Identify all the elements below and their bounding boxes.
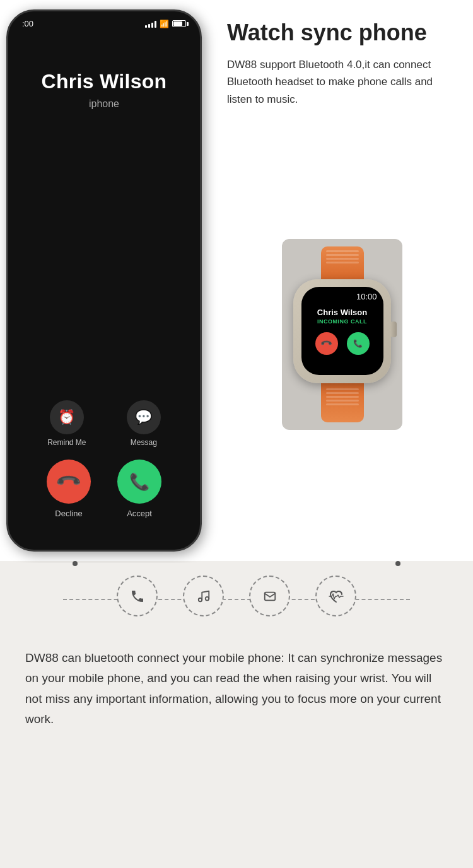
phone-screen: :00 📶 xyxy=(8,11,200,550)
caller-section: Chris Wilson iphone xyxy=(8,32,200,400)
page-title: Watch sync phone xyxy=(227,19,457,46)
decline-button[interactable]: 📞 xyxy=(47,460,91,504)
phone-svg-icon xyxy=(130,589,145,604)
phone-container: :00 📶 xyxy=(0,0,214,561)
call-buttons: 📞 Decline 📞 Accept xyxy=(8,453,200,550)
top-section: :00 📶 xyxy=(0,0,473,561)
accept-label: Accept xyxy=(127,509,152,518)
watch-band-bottom xyxy=(321,383,364,422)
watch-accept-button[interactable]: 📞 xyxy=(347,332,370,355)
watch-decline-button[interactable]: 📞 xyxy=(315,332,338,355)
watch-full: 10:00 Chris Wilson INCOMING CALL 📞 📞 xyxy=(293,246,391,422)
watch-crown xyxy=(390,321,397,337)
svg-point-1 xyxy=(205,596,209,600)
message-icon: 💬 xyxy=(127,400,161,434)
watch-incoming-label: INCOMING CALL xyxy=(308,318,377,325)
heart-rate-feature-icon xyxy=(315,576,356,616)
accept-wrap: 📞 Accept xyxy=(117,460,161,518)
icons-row xyxy=(0,576,473,616)
watch-decline-icon: 📞 xyxy=(320,337,333,350)
caller-type: iphone xyxy=(89,98,119,110)
bottom-section: DW88 can bluetooth connect your mobile p… xyxy=(0,561,473,761)
music-svg-icon xyxy=(197,589,211,603)
phone-time: :00 xyxy=(22,19,33,28)
message-feature-icon xyxy=(249,576,290,616)
description-text: DW88 can bluetooth connect your mobile p… xyxy=(0,635,473,729)
watch-time: 10:00 xyxy=(308,292,377,301)
watch-case: 10:00 Chris Wilson INCOMING CALL 📞 📞 xyxy=(293,279,391,383)
phone-connector-dot xyxy=(73,561,78,566)
remind-me-action[interactable]: ⏰ Remind Me xyxy=(47,400,86,447)
phone-status-bar: :00 📶 xyxy=(8,11,200,32)
watch-accept-icon: 📞 xyxy=(353,339,363,348)
phone-actions: ⏰ Remind Me 💬 Messag xyxy=(8,400,200,453)
watch-container: 10:00 Chris Wilson INCOMING CALL 📞 📞 xyxy=(227,120,457,548)
remind-me-icon: ⏰ xyxy=(50,400,84,434)
message-svg-icon xyxy=(263,589,277,603)
heart-rate-svg-icon xyxy=(329,589,344,604)
message-label: Messag xyxy=(131,438,157,447)
music-feature-icon xyxy=(183,576,224,616)
connector-dots-row xyxy=(0,561,473,566)
watch-screen: 10:00 Chris Wilson INCOMING CALL 📞 📞 xyxy=(301,287,383,375)
wifi-icon: 📶 xyxy=(160,20,169,28)
accept-button[interactable]: 📞 xyxy=(117,460,161,504)
phone-feature-icon xyxy=(117,576,158,616)
decline-wrap: 📞 Decline xyxy=(47,460,91,518)
bar2 xyxy=(148,24,150,28)
svg-point-0 xyxy=(198,598,202,601)
watch-connector-dot xyxy=(395,561,400,566)
watch-call-buttons: 📞 📞 xyxy=(308,332,377,355)
caller-name: Chris Wilson xyxy=(42,70,167,93)
signal-bars-icon xyxy=(145,20,156,28)
watch-band-top xyxy=(321,246,364,279)
status-icons: 📶 xyxy=(145,20,186,28)
decline-icon: 📞 xyxy=(55,468,83,496)
right-section: Watch sync phone DW88 support Bluetooth … xyxy=(214,0,473,561)
accept-icon: 📞 xyxy=(129,472,149,492)
bar3 xyxy=(151,23,153,28)
bar4 xyxy=(155,21,156,28)
header-description: DW88 support Bluetooth 4.0,it can connec… xyxy=(227,56,457,108)
bar1 xyxy=(145,25,147,28)
remind-me-label: Remind Me xyxy=(47,438,86,447)
battery-fill xyxy=(173,21,182,26)
icons-row-container xyxy=(0,563,473,635)
watch-caller-name: Chris Wilson xyxy=(308,308,377,317)
watch-bg: 10:00 Chris Wilson INCOMING CALL 📞 📞 xyxy=(282,239,402,430)
battery-icon xyxy=(172,20,186,27)
decline-label: Decline xyxy=(55,509,82,518)
message-action[interactable]: 💬 Messag xyxy=(127,400,161,447)
phone-body: :00 📶 xyxy=(6,9,202,552)
